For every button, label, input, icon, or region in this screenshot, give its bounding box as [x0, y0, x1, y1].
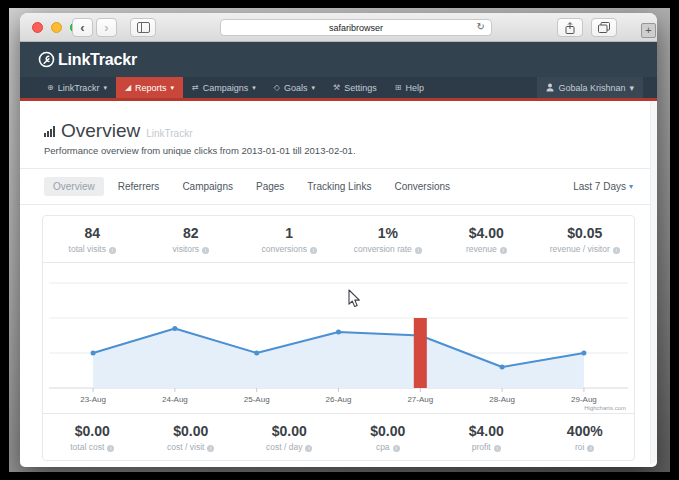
- sidebar-toggle-button[interactable]: [130, 18, 156, 37]
- nav-item-settings[interactable]: ⚒ Settings: [324, 77, 386, 98]
- info-icon[interactable]: i: [494, 445, 501, 452]
- stat-cost-per-visit: $0.00 cost / visiti: [142, 423, 241, 452]
- linktrackr-logo[interactable]: LinkTrackr: [38, 51, 137, 69]
- nav-item-help[interactable]: ⊞ Help: [386, 77, 433, 98]
- stat-value: 400%: [536, 423, 635, 439]
- minimize-window-button[interactable]: [51, 22, 62, 33]
- date-range-label: Last 7 Days: [573, 181, 626, 192]
- nav-item-linktrackr[interactable]: ⊕ LinkTrackr ▾: [38, 77, 116, 98]
- stat-conversion-rate: 1% conversion ratei: [339, 225, 438, 254]
- stat-label: conversions: [262, 244, 307, 254]
- stat-label: conversion rate: [354, 244, 412, 254]
- user-menu[interactable]: Gobala Krishnan ▾: [537, 77, 643, 98]
- info-icon[interactable]: i: [107, 445, 114, 452]
- stat-label: roi: [575, 442, 584, 452]
- nav-item-campaigns[interactable]: ⇄ Campaigns ▾: [183, 77, 265, 98]
- tabs-icon: [598, 22, 610, 33]
- stat-value: $4.00: [437, 225, 536, 241]
- info-icon[interactable]: i: [393, 445, 400, 452]
- svg-text:29-Aug: 29-Aug: [571, 395, 597, 404]
- forward-button[interactable]: ›: [96, 18, 117, 37]
- address-bar-text: safaribrowser: [329, 23, 383, 33]
- stat-visitors: 82 visitorsi: [142, 225, 241, 254]
- new-tab-button[interactable]: +: [641, 23, 656, 38]
- nav-item-reports[interactable]: ◢ Reports ▾: [116, 77, 183, 98]
- overview-panel: 84 total visitsi 82 visitorsi 1 conversi…: [42, 215, 635, 461]
- stat-label: revenue: [466, 244, 497, 254]
- show-tabs-button[interactable]: [591, 18, 617, 37]
- chevron-down-icon: ▾: [252, 84, 256, 92]
- svg-text:26-Aug: 26-Aug: [326, 395, 352, 404]
- date-range-selector[interactable]: Last 7 Days ▾: [573, 181, 633, 192]
- info-icon[interactable]: i: [613, 247, 620, 254]
- chevron-down-icon: ▾: [171, 84, 175, 92]
- tab-pages[interactable]: Pages: [247, 177, 293, 196]
- nav-item-label: Goals: [284, 83, 308, 93]
- bar-chart-icon: [44, 126, 55, 137]
- visits-chart[interactable]: 23-Aug24-Aug25-Aug26-Aug27-Aug28-Aug29-A…: [43, 263, 634, 413]
- chart-icon: ◢: [125, 83, 131, 92]
- info-icon[interactable]: i: [207, 445, 214, 452]
- scrollbar-track[interactable]: [650, 101, 657, 464]
- safari-window: ‹ › safaribrowser ↻: [20, 13, 657, 467]
- chevron-down-icon: ▾: [629, 182, 633, 191]
- tab-referrers[interactable]: Referrers: [109, 177, 169, 196]
- page-header: Overview LinkTrackr Performance overview…: [20, 101, 657, 169]
- user-name: Gobala Krishnan: [558, 83, 625, 93]
- tab-conversions[interactable]: Conversions: [385, 177, 459, 196]
- user-icon: [546, 83, 554, 92]
- chevron-down-icon: ▾: [629, 83, 634, 93]
- stat-profit: $4.00 profiti: [437, 423, 536, 452]
- share-button[interactable]: [557, 18, 583, 37]
- stat-value: $0.00: [142, 423, 241, 439]
- sidebar-icon: [137, 22, 150, 33]
- desktop-background: ‹ › safaribrowser ↻: [9, 8, 670, 472]
- stat-value: 84: [43, 225, 142, 241]
- close-window-button[interactable]: [32, 22, 43, 33]
- address-bar[interactable]: safaribrowser ↻: [220, 19, 492, 36]
- stat-cpa: $0.00 cpai: [339, 423, 438, 452]
- info-icon[interactable]: i: [109, 247, 116, 254]
- stat-roi: 400% roii: [536, 423, 635, 452]
- svg-text:28-Aug: 28-Aug: [489, 395, 515, 404]
- site-header: LinkTrackr: [20, 42, 657, 77]
- info-icon[interactable]: i: [500, 247, 507, 254]
- stat-label: total cost: [70, 442, 104, 452]
- page-content: Overview LinkTrackr Performance overview…: [20, 101, 657, 464]
- back-button[interactable]: ‹: [72, 18, 93, 37]
- stat-conversions: 1 conversionsi: [240, 225, 339, 254]
- info-icon[interactable]: i: [202, 247, 209, 254]
- stat-label: cpa: [376, 442, 390, 452]
- stat-total-cost: $0.00 total costi: [43, 423, 142, 452]
- diamond-icon: ◇: [274, 83, 280, 92]
- chevron-down-icon: ▾: [103, 84, 107, 92]
- nav-item-goals[interactable]: ◇ Goals ▾: [265, 77, 324, 98]
- page-title-suffix: LinkTrackr: [146, 128, 192, 139]
- nav-item-label: Reports: [135, 83, 167, 93]
- info-icon[interactable]: i: [310, 247, 317, 254]
- shuffle-icon: ⇄: [192, 83, 199, 92]
- tab-overview[interactable]: Overview: [44, 177, 104, 196]
- reload-icon[interactable]: ↻: [477, 21, 485, 32]
- tab-campaigns[interactable]: Campaigns: [173, 177, 242, 196]
- info-icon[interactable]: i: [305, 445, 312, 452]
- stat-value: 1: [240, 225, 339, 241]
- stat-value: $0.00: [240, 423, 339, 439]
- info-icon[interactable]: i: [587, 445, 594, 452]
- stat-revenue: $4.00 revenuei: [437, 225, 536, 254]
- medkit-icon: ⊞: [395, 83, 402, 92]
- page-title: Overview: [61, 121, 140, 140]
- chevron-down-icon: ▾: [312, 84, 316, 92]
- svg-text:27-Aug: 27-Aug: [407, 395, 433, 404]
- main-navigation: ⊕ LinkTrackr ▾ ◢ Reports ▾ ⇄ Campaigns ▾…: [20, 77, 657, 101]
- info-icon[interactable]: i: [415, 247, 422, 254]
- nav-item-label: Help: [405, 83, 424, 93]
- tab-tracking-links[interactable]: Tracking Links: [298, 177, 380, 196]
- stats-row-top: 84 total visitsi 82 visitorsi 1 conversi…: [43, 216, 634, 263]
- nav-item-label: Settings: [344, 83, 377, 93]
- report-tabs: Overview Referrers Campaigns Pages Track…: [20, 169, 657, 205]
- share-icon: [565, 22, 575, 34]
- stat-label: profit: [472, 442, 491, 452]
- svg-text:23-Aug: 23-Aug: [80, 395, 106, 404]
- stat-label: visitors: [173, 244, 199, 254]
